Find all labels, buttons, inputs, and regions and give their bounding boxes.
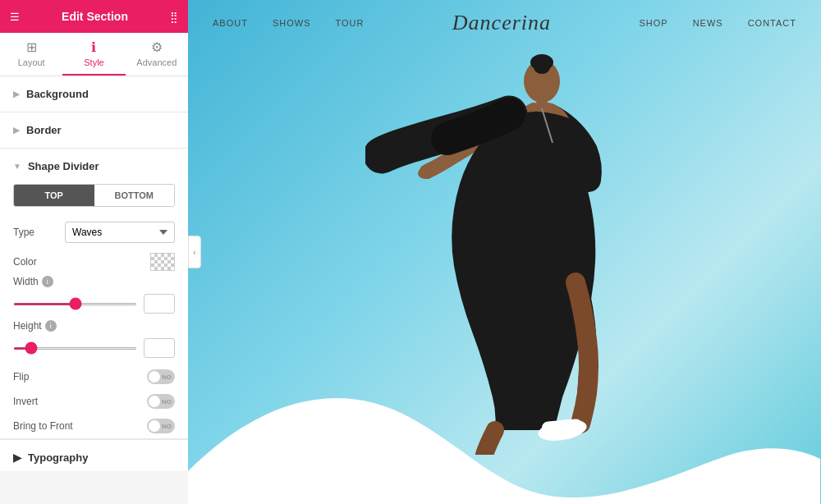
type-select[interactable]: Waves None Triangle Tilt Zigzag Curve [65,222,175,243]
height-slider-container [13,338,175,358]
tab-style[interactable]: ℹ Style [62,33,125,76]
width-label-row: Width i [0,276,188,287]
color-row: Color [0,248,188,276]
dancer-svg [365,36,644,455]
nav-links-left: ABOUT SHOWS TOUR [213,18,364,28]
site-logo[interactable]: Dancerina [452,11,551,35]
nav-news[interactable]: NEWS [693,18,723,28]
type-label: Type [13,227,58,238]
invert-label: Invert [13,396,58,407]
top-bottom-toggle: TOP BOTTOM [13,184,175,207]
shape-divider-panel: ▼ Shape Divider TOP BOTTOM Type Waves No… [0,149,188,439]
nav-about[interactable]: ABOUT [213,18,248,28]
nav-shop[interactable]: SHOP [639,18,667,28]
top-button[interactable]: TOP [14,185,94,206]
width-slider-row [0,291,188,320]
tab-advanced-label: Advanced [136,57,177,67]
style-icon: ℹ [91,39,96,55]
width-label: Width [13,276,39,287]
height-input[interactable] [144,338,175,358]
border-label: Border [26,124,62,136]
height-slider[interactable] [13,347,137,350]
site-navbar: ABOUT SHOWS TOUR Dancerina SHOP NEWS CON… [188,0,821,45]
background-section[interactable]: ▶ Background [0,76,188,112]
height-label-row: Height i [0,320,188,332]
type-row: Type Waves None Triangle Tilt Zigzag Cur… [0,217,188,248]
typography-label: Typography [28,451,88,464]
svg-point-4 [418,167,433,179]
bring-to-front-toggle[interactable]: NO [147,419,175,433]
sidebar-content: ▶ Background ▶ Border ▼ Shape Divider TO… [0,76,188,471]
width-slider-container [13,294,175,314]
main-content: ABOUT SHOWS TOUR Dancerina SHOP NEWS CON… [188,0,821,504]
flip-row: Flip NO [0,364,188,389]
color-picker[interactable] [150,253,175,271]
bring-to-front-label: Bring to Front [13,420,87,432]
type-control: Waves None Triangle Tilt Zigzag Curve [65,222,175,243]
nav-contact[interactable]: CONTACT [748,18,796,28]
sidebar-collapse-button[interactable]: ‹ [188,236,201,268]
height-slider-row [0,335,188,364]
color-control [65,253,175,271]
website-preview: ABOUT SHOWS TOUR Dancerina SHOP NEWS CON… [188,0,821,504]
shape-divider-label: Shape Divider [28,160,99,172]
height-label: Height [13,320,42,332]
advanced-icon: ⚙ [151,39,163,55]
flip-label: Flip [13,371,58,383]
tab-layout-label: Layout [18,57,45,67]
background-label: Background [26,88,89,100]
width-slider[interactable] [13,303,137,305]
tab-layout[interactable]: ⊞ Layout [0,33,62,76]
nav-tour[interactable]: TOUR [335,18,364,28]
invert-control: NO [65,394,175,409]
shape-divider-header[interactable]: ▼ Shape Divider [0,149,188,184]
flip-control: NO [65,369,175,384]
nav-links-right: SHOP NEWS CONTACT [639,18,796,28]
border-section[interactable]: ▶ Border [0,112,188,149]
bottom-button[interactable]: BOTTOM [94,185,175,206]
hamburger-icon[interactable]: ☰ [10,11,20,23]
flip-toggle[interactable]: NO [147,369,175,384]
sidebar-title: Edit Section [62,10,128,23]
nav-shows[interactable]: SHOWS [273,18,311,28]
typography-chevron: ▶ [13,451,21,464]
sidebar: ☰ Edit Section ⣿ ⊞ Layout ℹ Style ⚙ Adva… [0,0,188,504]
tab-advanced[interactable]: ⚙ Advanced [126,33,188,76]
bring-to-front-row: Bring to Front NO [0,414,188,438]
dancer-figure [349,53,661,455]
border-chevron: ▶ [13,126,20,135]
layout-icon: ⊞ [26,39,37,55]
width-input[interactable] [144,294,175,314]
sidebar-header: ☰ Edit Section ⣿ [0,0,188,33]
color-label: Color [13,256,58,268]
tab-style-label: Style [84,57,103,67]
svg-point-2 [534,61,550,74]
height-info-icon[interactable]: i [45,320,57,332]
invert-toggle[interactable]: NO [147,394,175,409]
invert-row: Invert NO [0,389,188,414]
sidebar-tabs: ⊞ Layout ℹ Style ⚙ Advanced [0,33,188,76]
shape-divider-chevron: ▼ [13,162,21,171]
background-chevron: ▶ [13,89,20,99]
typography-section[interactable]: ▶ Typography [0,439,188,471]
width-info-icon[interactable]: i [42,276,53,287]
grid-icon[interactable]: ⣿ [170,11,178,23]
bring-to-front-control: NO [94,419,175,433]
